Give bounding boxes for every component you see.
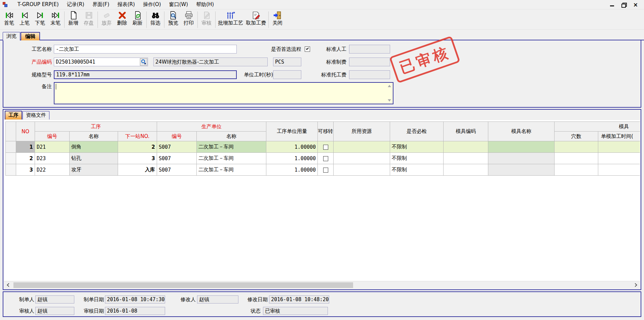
cell-cavity[interactable] <box>555 153 598 164</box>
cell-unit-name[interactable]: 二次加工－车间 <box>197 141 266 153</box>
table-row[interactable]: 3D22攻牙入库S007二次加工－车间1.00000不限制 <box>6 164 640 176</box>
std-labor-field[interactable] <box>349 45 390 54</box>
close-icon[interactable]: × <box>633 2 638 7</box>
cell-no[interactable]: 1 <box>16 141 35 153</box>
cell-cavity[interactable] <box>555 141 598 153</box>
col-mold-time-header[interactable]: 单模加工时间( <box>598 132 640 141</box>
transferable-checkbox[interactable] <box>323 145 328 150</box>
menu-item-help[interactable]: 帮助(H) <box>192 0 218 9</box>
cell-unit-code[interactable]: S007 <box>157 153 197 164</box>
col-unit-name-header[interactable]: 名称 <box>197 132 266 141</box>
scroll-down-icon[interactable] <box>388 99 391 102</box>
cell-mold-code[interactable] <box>444 164 488 176</box>
transferable-checkbox[interactable] <box>323 168 328 173</box>
remarks-textarea[interactable] <box>54 82 393 104</box>
cell-must-check[interactable]: 不限制 <box>390 164 444 176</box>
cell-usage[interactable]: 1.00000 <box>266 141 318 153</box>
cell-mold-code[interactable] <box>444 153 488 164</box>
cell-code[interactable]: D21 <box>35 141 70 153</box>
cell-cavity[interactable] <box>555 164 598 176</box>
tab-edit[interactable]: 编辑 <box>21 32 40 41</box>
cell-no[interactable]: 2 <box>16 153 35 164</box>
toolbar-button-prev-record[interactable]: 上笔 <box>17 10 32 26</box>
cell-mold-time[interactable] <box>598 153 640 164</box>
toolbar-button-new[interactable]: 新增 <box>66 10 81 26</box>
row-selector-cell[interactable] <box>6 164 16 176</box>
cell-usage[interactable]: 1.00000 <box>266 153 318 164</box>
row-selector-cell[interactable] <box>6 153 16 164</box>
restore-icon[interactable] <box>621 3 626 7</box>
col-usage-header[interactable]: 工序单位用量 <box>266 122 318 141</box>
transferable-checkbox[interactable] <box>323 156 328 161</box>
toolbar-button-refresh[interactable]: 刷新 <box>130 10 145 26</box>
menu-item-tgroup-erp[interactable]: T-GROUP ERP(E) <box>13 0 63 9</box>
menu-item-operations[interactable]: 操作(O) <box>139 0 165 9</box>
col-transferable-header[interactable]: 可移转 <box>318 122 334 141</box>
cell-transferable[interactable] <box>318 141 334 153</box>
cell-unit-name[interactable]: 二次加工－车间 <box>197 153 266 164</box>
cell-mold-name[interactable] <box>488 153 555 164</box>
toolbar-button-batch-add-process[interactable]: 批增加工艺 <box>217 10 244 26</box>
menu-item-records[interactable]: 记录(R) <box>63 0 88 9</box>
toolbar-button-get-processing-fee[interactable]: 取加工费 <box>244 10 267 26</box>
cell-unit-code[interactable]: S007 <box>157 164 197 176</box>
toolbar-button-close[interactable]: 关闭 <box>270 10 285 26</box>
table-row[interactable]: 1D21倒角2S007二次加工－车间1.00000不限制 <box>6 141 640 153</box>
group-process-header[interactable]: 工序 <box>35 122 157 132</box>
col-no-header[interactable]: NO <box>16 122 35 141</box>
tab-browse[interactable]: 浏览 <box>3 32 20 40</box>
cell-unit-code[interactable]: S007 <box>157 141 197 153</box>
tab-qualification-files[interactable]: 资格文件 <box>23 111 49 119</box>
scrollbar-thumb[interactable] <box>13 282 353 288</box>
scroll-right-icon[interactable] <box>633 283 637 287</box>
cell-must-check[interactable]: 不限制 <box>390 141 444 153</box>
group-unit-header[interactable]: 生产单位 <box>157 122 266 132</box>
cell-next-no[interactable]: 3 <box>118 153 157 164</box>
col-resources-header[interactable]: 所用资源 <box>334 122 390 141</box>
cell-transferable[interactable] <box>318 164 334 176</box>
cell-name[interactable]: 钻孔 <box>70 153 118 164</box>
cell-name[interactable]: 攻牙 <box>70 164 118 176</box>
scroll-left-icon[interactable] <box>7 283 10 287</box>
toolbar-button-first-record[interactable]: 首笔 <box>1 10 17 26</box>
cell-mold-code[interactable] <box>444 141 488 153</box>
col-mold-name-header[interactable]: 模具名称 <box>488 122 555 141</box>
cell-must-check[interactable]: 不限制 <box>390 153 444 164</box>
col-process-name-header[interactable]: 名称 <box>70 132 118 141</box>
cell-transferable[interactable] <box>318 153 334 164</box>
col-unit-code-header[interactable]: 编号 <box>157 132 197 141</box>
std-outsource-fee-field[interactable] <box>349 70 390 79</box>
cell-resources[interactable] <box>334 141 390 153</box>
toolbar-button-delete[interactable]: 删除 <box>114 10 130 26</box>
cell-no[interactable]: 3 <box>16 164 35 176</box>
cell-mold-name[interactable] <box>488 164 555 176</box>
col-cavity-header[interactable]: 穴数 <box>555 132 598 141</box>
cell-usage[interactable]: 1.00000 <box>266 164 318 176</box>
menu-item-window[interactable]: 窗口(W) <box>165 0 192 9</box>
process-name-input[interactable] <box>54 45 237 54</box>
col-mold-code-header[interactable]: 模具编码 <box>444 122 488 141</box>
cell-resources[interactable] <box>334 164 390 176</box>
menu-item-reports[interactable]: 报表(R) <box>113 0 139 9</box>
std-mfg-fee-field[interactable] <box>349 58 390 66</box>
row-selector-cell[interactable] <box>6 141 16 153</box>
cell-unit-name[interactable]: 二次加工－车间 <box>197 164 266 176</box>
toolbar-button-last-record[interactable]: 末笔 <box>48 10 63 26</box>
product-code-input[interactable] <box>54 58 148 66</box>
toolbar-button-print[interactable]: 打印 <box>181 10 196 26</box>
horizontal-scrollbar[interactable] <box>4 281 640 289</box>
scroll-up-icon[interactable] <box>388 85 391 87</box>
col-next-no-header[interactable]: 下一站NO. <box>118 132 157 141</box>
col-must-check-header[interactable]: 是否必检 <box>390 122 444 141</box>
toolbar-button-next-record[interactable]: 下笔 <box>32 10 48 26</box>
toolbar-button-preview[interactable]: 预览 <box>165 10 181 26</box>
cell-mold-time[interactable] <box>598 141 640 153</box>
minimize-icon[interactable] <box>610 5 614 6</box>
group-mold-header[interactable]: 模具 <box>555 122 640 132</box>
cell-mold-time[interactable] <box>598 164 640 176</box>
cell-next-no[interactable]: 入库 <box>118 164 157 176</box>
product-lookup-button[interactable] <box>140 58 147 66</box>
table-row[interactable]: 2D23钻孔3S007二次加工－车间1.00000不限制 <box>6 153 640 164</box>
cell-resources[interactable] <box>334 153 390 164</box>
cell-name[interactable]: 倒角 <box>70 141 118 153</box>
